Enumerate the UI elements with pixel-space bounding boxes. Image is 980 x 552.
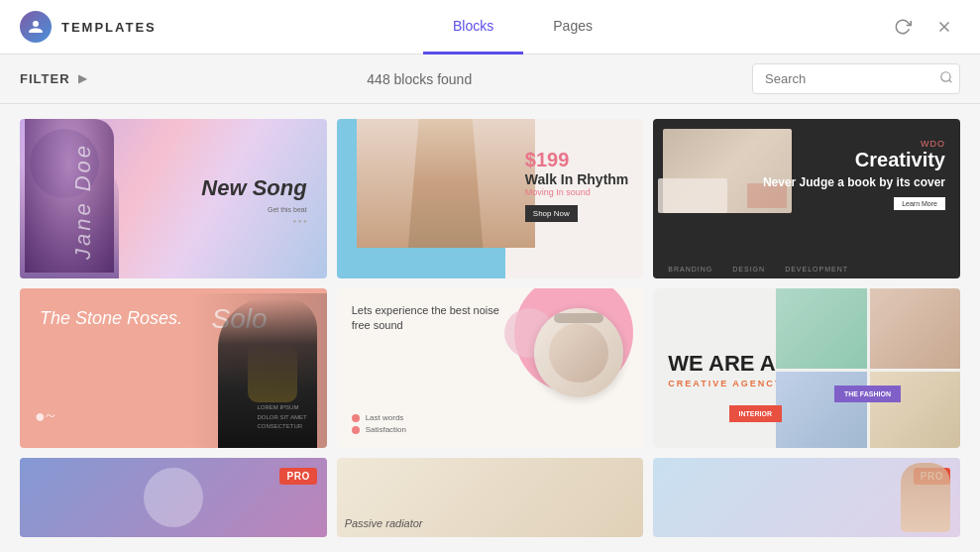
- card-b2-visual: Passive radiator: [337, 458, 644, 537]
- templates-grid: Jane Doe New Song Get this beat● ● ● $19…: [0, 104, 980, 552]
- card-2-title: Walk In Rhythm: [525, 171, 629, 187]
- tab-pages[interactable]: Pages: [523, 0, 622, 55]
- refresh-button[interactable]: [887, 11, 919, 43]
- card-6-cell-4: [870, 372, 960, 448]
- svg-point-0: [33, 21, 39, 27]
- app-title: TEMPLATES: [61, 20, 157, 35]
- card-1-subtitle: Get this beat● ● ●: [201, 205, 306, 226]
- template-card-stone-roses[interactable]: The Stone Roses. Solo ●~ LOREM IPSUM DOL…: [20, 288, 327, 448]
- toolbar: FILTER ▶ 448 blocks found: [0, 55, 980, 104]
- card-6-visual: WE ARE A CREATIVE AGENCY INTERIOR THE FA…: [653, 288, 960, 448]
- tab-blocks[interactable]: Blocks: [423, 0, 523, 55]
- app-icon: [20, 11, 52, 43]
- card-5-feature-2: Satisfaction: [352, 425, 406, 434]
- template-card-walk-in-rhythm[interactable]: $199 Walk In Rhythm Moving In sound Shop…: [337, 119, 644, 278]
- template-card-creativity[interactable]: WDO Creativity Never Judge a book by its…: [653, 119, 960, 278]
- card-5-features-list: Last words Satisfaction: [352, 413, 406, 437]
- search-icon: [939, 70, 953, 87]
- search-input[interactable]: [765, 71, 931, 86]
- card-3-label-branding: BRANDING: [668, 266, 712, 273]
- app-brand: TEMPLATES: [0, 11, 178, 43]
- card-1-text-area: New Song Get this beat● ● ●: [201, 175, 306, 226]
- card-4-left-text: The Stone Roses.: [40, 308, 182, 330]
- tab-bar: Blocks Pages: [178, 0, 867, 55]
- card-6-image-grid: [776, 288, 960, 448]
- card-5-dot-1: [352, 414, 360, 422]
- card-b3-visual: [653, 458, 960, 537]
- template-card-noise-free[interactable]: PRO Lets experience the best noise free …: [337, 288, 644, 448]
- card-b2-label: Passive radiator: [345, 517, 423, 529]
- search-box[interactable]: [752, 63, 960, 94]
- template-card-bottom-2[interactable]: Passive radiator: [337, 458, 644, 537]
- card-3-label-design: DESIGN: [732, 266, 765, 273]
- filter-arrow-icon: ▶: [78, 72, 87, 85]
- svg-point-3: [941, 72, 950, 81]
- card-3-visual: WDO Creativity Never Judge a book by its…: [653, 119, 960, 278]
- card-5-dot-2: [352, 426, 360, 434]
- card-1-watermark-text: Jane Doe: [70, 142, 96, 259]
- template-card-bottom-3[interactable]: PRO: [653, 458, 960, 537]
- card-3-text-area: WDO Creativity Never Judge a book by its…: [763, 139, 945, 210]
- template-card-bottom-1[interactable]: PRO: [20, 458, 327, 537]
- card-4-title: The Stone Roses.: [40, 308, 182, 330]
- card-3-bottom-labels: BRANDING DESIGN DEVELOPMENT: [668, 266, 848, 273]
- card-5-title: Lets experience the best noise free soun…: [352, 303, 510, 334]
- card-6-cell-1: [776, 288, 866, 369]
- card-2-image: [357, 119, 535, 248]
- card-4-details: LOREM IPSUM DOLOR SIT AMET CONSECTETUR: [257, 403, 306, 432]
- card-2-visual: $199 Walk In Rhythm Moving In sound Shop…: [337, 119, 644, 278]
- card-1-title: New Song: [201, 175, 306, 201]
- card-2-shop-btn[interactable]: Shop Now: [525, 205, 578, 222]
- pro-badge-bottom-1: PRO: [279, 468, 316, 485]
- card-6-badge-fashion: THE FASHION: [834, 386, 901, 402]
- card-3-label: WDO: [763, 139, 945, 149]
- card-2-subtitle: Moving In sound: [525, 187, 629, 197]
- card-2-text-area: $199 Walk In Rhythm Moving In sound Shop…: [525, 149, 629, 222]
- card-3-desc: Never Judge a book by its cover: [763, 175, 945, 189]
- card-3-label-dev: DEVELOPMENT: [785, 266, 848, 273]
- close-button[interactable]: [928, 11, 960, 43]
- blocks-count: 448 blocks found: [87, 71, 752, 87]
- template-card-jane-doe[interactable]: Jane Doe New Song Get this beat● ● ●: [20, 119, 327, 278]
- card-4-visual: The Stone Roses. Solo ●~ LOREM IPSUM DOL…: [20, 288, 327, 448]
- header-actions: [867, 11, 980, 43]
- card-3-learn-btn[interactable]: Learn More: [894, 197, 945, 210]
- card-5-feature-1: Last words: [352, 413, 406, 422]
- filter-button[interactable]: FILTER ▶: [20, 71, 87, 86]
- card-4-signature: ●~: [35, 406, 55, 427]
- app-header: TEMPLATES Blocks Pages: [0, 0, 980, 55]
- template-card-creative-agency[interactable]: WE ARE A CREATIVE AGENCY INTERIOR THE FA…: [653, 288, 960, 448]
- svg-line-4: [949, 80, 952, 83]
- card-5-visual: Lets experience the best noise free soun…: [337, 288, 644, 448]
- card-6-cell-2: [870, 288, 960, 369]
- card-1-visual: Jane Doe New Song Get this beat● ● ●: [20, 119, 327, 278]
- card-6-cell-3: [776, 372, 866, 448]
- card-2-price: $199: [525, 149, 629, 171]
- card-3-title: Creativity: [763, 149, 945, 171]
- card-6-badge-interior: INTERIOR: [729, 405, 782, 422]
